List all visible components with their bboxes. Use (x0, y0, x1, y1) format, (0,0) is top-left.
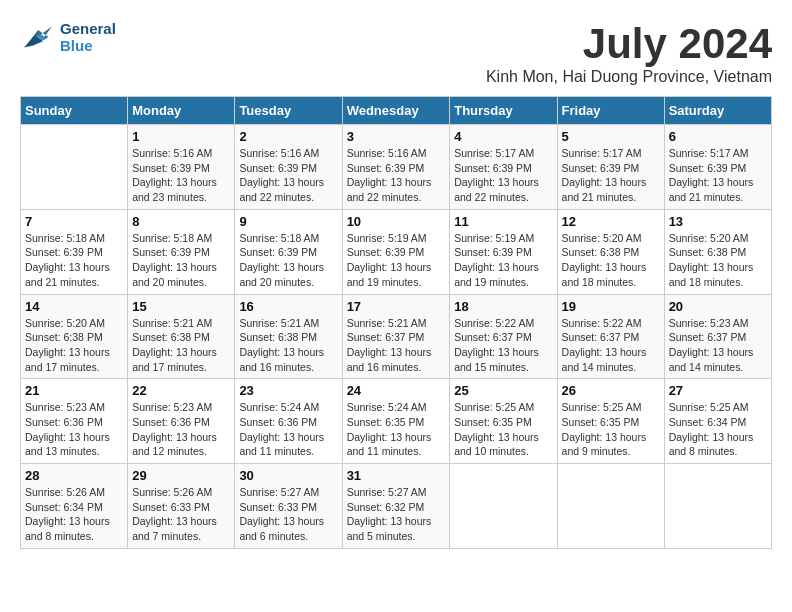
day-info: Sunrise: 5:20 AM Sunset: 6:38 PM Dayligh… (669, 231, 767, 290)
calendar-cell: 13Sunrise: 5:20 AM Sunset: 6:38 PM Dayli… (664, 209, 771, 294)
day-info: Sunrise: 5:26 AM Sunset: 6:33 PM Dayligh… (132, 485, 230, 544)
calendar-cell: 25Sunrise: 5:25 AM Sunset: 6:35 PM Dayli… (450, 379, 557, 464)
day-info: Sunrise: 5:26 AM Sunset: 6:34 PM Dayligh… (25, 485, 123, 544)
calendar-cell: 6Sunrise: 5:17 AM Sunset: 6:39 PM Daylig… (664, 125, 771, 210)
day-info: Sunrise: 5:24 AM Sunset: 6:36 PM Dayligh… (239, 400, 337, 459)
day-number: 3 (347, 129, 446, 144)
weekday-header-monday: Monday (128, 97, 235, 125)
day-info: Sunrise: 5:19 AM Sunset: 6:39 PM Dayligh… (454, 231, 552, 290)
day-info: Sunrise: 5:22 AM Sunset: 6:37 PM Dayligh… (454, 316, 552, 375)
calendar-cell: 12Sunrise: 5:20 AM Sunset: 6:38 PM Dayli… (557, 209, 664, 294)
logo-icon (20, 23, 56, 51)
calendar-week-row: 28Sunrise: 5:26 AM Sunset: 6:34 PM Dayli… (21, 464, 772, 549)
day-number: 1 (132, 129, 230, 144)
calendar-cell: 26Sunrise: 5:25 AM Sunset: 6:35 PM Dayli… (557, 379, 664, 464)
day-info: Sunrise: 5:27 AM Sunset: 6:33 PM Dayligh… (239, 485, 337, 544)
calendar-header: SundayMondayTuesdayWednesdayThursdayFrid… (21, 97, 772, 125)
day-info: Sunrise: 5:20 AM Sunset: 6:38 PM Dayligh… (562, 231, 660, 290)
title-section: July 2024 Kinh Mon, Hai Duong Province, … (486, 20, 772, 86)
calendar-cell: 16Sunrise: 5:21 AM Sunset: 6:38 PM Dayli… (235, 294, 342, 379)
day-info: Sunrise: 5:25 AM Sunset: 6:35 PM Dayligh… (454, 400, 552, 459)
day-info: Sunrise: 5:16 AM Sunset: 6:39 PM Dayligh… (132, 146, 230, 205)
calendar-week-row: 7Sunrise: 5:18 AM Sunset: 6:39 PM Daylig… (21, 209, 772, 294)
day-info: Sunrise: 5:21 AM Sunset: 6:37 PM Dayligh… (347, 316, 446, 375)
calendar-cell: 20Sunrise: 5:23 AM Sunset: 6:37 PM Dayli… (664, 294, 771, 379)
day-number: 29 (132, 468, 230, 483)
calendar-cell: 27Sunrise: 5:25 AM Sunset: 6:34 PM Dayli… (664, 379, 771, 464)
day-info: Sunrise: 5:24 AM Sunset: 6:35 PM Dayligh… (347, 400, 446, 459)
weekday-header-sunday: Sunday (21, 97, 128, 125)
weekday-header-saturday: Saturday (664, 97, 771, 125)
calendar-week-row: 21Sunrise: 5:23 AM Sunset: 6:36 PM Dayli… (21, 379, 772, 464)
day-number: 31 (347, 468, 446, 483)
calendar-cell: 1Sunrise: 5:16 AM Sunset: 6:39 PM Daylig… (128, 125, 235, 210)
day-info: Sunrise: 5:16 AM Sunset: 6:39 PM Dayligh… (239, 146, 337, 205)
calendar-cell (21, 125, 128, 210)
day-number: 28 (25, 468, 123, 483)
day-info: Sunrise: 5:23 AM Sunset: 6:37 PM Dayligh… (669, 316, 767, 375)
logo: General Blue (20, 20, 116, 54)
day-number: 27 (669, 383, 767, 398)
calendar-cell: 5Sunrise: 5:17 AM Sunset: 6:39 PM Daylig… (557, 125, 664, 210)
day-number: 7 (25, 214, 123, 229)
calendar-cell: 17Sunrise: 5:21 AM Sunset: 6:37 PM Dayli… (342, 294, 450, 379)
day-info: Sunrise: 5:21 AM Sunset: 6:38 PM Dayligh… (132, 316, 230, 375)
day-info: Sunrise: 5:22 AM Sunset: 6:37 PM Dayligh… (562, 316, 660, 375)
day-number: 9 (239, 214, 337, 229)
calendar-cell: 7Sunrise: 5:18 AM Sunset: 6:39 PM Daylig… (21, 209, 128, 294)
calendar-cell: 21Sunrise: 5:23 AM Sunset: 6:36 PM Dayli… (21, 379, 128, 464)
day-number: 26 (562, 383, 660, 398)
day-number: 16 (239, 299, 337, 314)
day-info: Sunrise: 5:17 AM Sunset: 6:39 PM Dayligh… (562, 146, 660, 205)
calendar-week-row: 14Sunrise: 5:20 AM Sunset: 6:38 PM Dayli… (21, 294, 772, 379)
calendar-cell: 22Sunrise: 5:23 AM Sunset: 6:36 PM Dayli… (128, 379, 235, 464)
month-year-title: July 2024 (486, 20, 772, 68)
calendar-cell: 11Sunrise: 5:19 AM Sunset: 6:39 PM Dayli… (450, 209, 557, 294)
day-number: 18 (454, 299, 552, 314)
day-number: 10 (347, 214, 446, 229)
calendar-cell: 18Sunrise: 5:22 AM Sunset: 6:37 PM Dayli… (450, 294, 557, 379)
day-info: Sunrise: 5:18 AM Sunset: 6:39 PM Dayligh… (239, 231, 337, 290)
calendar-cell: 30Sunrise: 5:27 AM Sunset: 6:33 PM Dayli… (235, 464, 342, 549)
day-info: Sunrise: 5:27 AM Sunset: 6:32 PM Dayligh… (347, 485, 446, 544)
logo-text-general: General (60, 20, 116, 37)
calendar-cell: 3Sunrise: 5:16 AM Sunset: 6:39 PM Daylig… (342, 125, 450, 210)
page-header: General Blue July 2024 Kinh Mon, Hai Duo… (20, 20, 772, 86)
calendar-cell: 31Sunrise: 5:27 AM Sunset: 6:32 PM Dayli… (342, 464, 450, 549)
day-info: Sunrise: 5:25 AM Sunset: 6:34 PM Dayligh… (669, 400, 767, 459)
day-number: 13 (669, 214, 767, 229)
day-number: 22 (132, 383, 230, 398)
day-info: Sunrise: 5:19 AM Sunset: 6:39 PM Dayligh… (347, 231, 446, 290)
calendar-cell: 9Sunrise: 5:18 AM Sunset: 6:39 PM Daylig… (235, 209, 342, 294)
day-number: 11 (454, 214, 552, 229)
calendar-cell: 10Sunrise: 5:19 AM Sunset: 6:39 PM Dayli… (342, 209, 450, 294)
day-info: Sunrise: 5:17 AM Sunset: 6:39 PM Dayligh… (669, 146, 767, 205)
weekday-header-tuesday: Tuesday (235, 97, 342, 125)
calendar-cell: 2Sunrise: 5:16 AM Sunset: 6:39 PM Daylig… (235, 125, 342, 210)
day-number: 21 (25, 383, 123, 398)
day-number: 24 (347, 383, 446, 398)
day-number: 8 (132, 214, 230, 229)
calendar-cell (664, 464, 771, 549)
day-info: Sunrise: 5:18 AM Sunset: 6:39 PM Dayligh… (132, 231, 230, 290)
day-number: 2 (239, 129, 337, 144)
day-number: 20 (669, 299, 767, 314)
weekday-header-thursday: Thursday (450, 97, 557, 125)
day-info: Sunrise: 5:23 AM Sunset: 6:36 PM Dayligh… (25, 400, 123, 459)
calendar-cell: 28Sunrise: 5:26 AM Sunset: 6:34 PM Dayli… (21, 464, 128, 549)
day-number: 30 (239, 468, 337, 483)
day-number: 23 (239, 383, 337, 398)
day-number: 4 (454, 129, 552, 144)
day-info: Sunrise: 5:23 AM Sunset: 6:36 PM Dayligh… (132, 400, 230, 459)
calendar-cell (450, 464, 557, 549)
day-number: 12 (562, 214, 660, 229)
day-info: Sunrise: 5:18 AM Sunset: 6:39 PM Dayligh… (25, 231, 123, 290)
day-info: Sunrise: 5:20 AM Sunset: 6:38 PM Dayligh… (25, 316, 123, 375)
location-subtitle: Kinh Mon, Hai Duong Province, Vietnam (486, 68, 772, 86)
calendar-cell: 24Sunrise: 5:24 AM Sunset: 6:35 PM Dayli… (342, 379, 450, 464)
day-info: Sunrise: 5:16 AM Sunset: 6:39 PM Dayligh… (347, 146, 446, 205)
calendar-cell: 8Sunrise: 5:18 AM Sunset: 6:39 PM Daylig… (128, 209, 235, 294)
calendar-cell: 4Sunrise: 5:17 AM Sunset: 6:39 PM Daylig… (450, 125, 557, 210)
day-number: 15 (132, 299, 230, 314)
day-number: 6 (669, 129, 767, 144)
